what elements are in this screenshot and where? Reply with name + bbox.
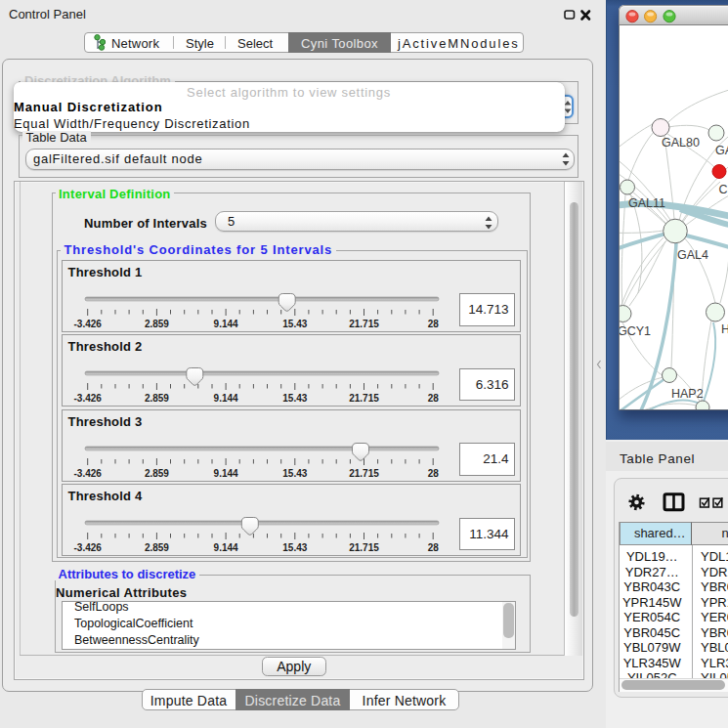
svg-text:GAL11: GAL11 [628, 195, 665, 209]
svg-text:9.144: 9.144 [214, 468, 238, 479]
svg-text:HIS4: HIS4 [721, 322, 728, 336]
svg-text:15.43: 15.43 [282, 542, 307, 553]
svg-text:2.859: 2.859 [145, 468, 169, 479]
svg-text:2.859: 2.859 [145, 319, 169, 329]
svg-text:2.859: 2.859 [145, 393, 169, 404]
svg-text:GAL80: GAL80 [662, 136, 700, 150]
svg-text:2.859: 2.859 [145, 542, 169, 553]
svg-text:Threshold 1: Threshold 1 [68, 265, 143, 279]
svg-text:-3.426: -3.426 [74, 542, 103, 553]
svg-text:GAL3: GAL3 [715, 144, 728, 157]
svg-text:21.715: 21.715 [349, 542, 379, 553]
svg-text:Threshold 3: Threshold 3 [68, 414, 143, 429]
svg-text:-3.426: -3.426 [74, 393, 103, 404]
svg-text:28: 28 [428, 542, 440, 553]
svg-text:28: 28 [428, 393, 440, 404]
svg-text:21.715: 21.715 [349, 319, 379, 329]
svg-text:9.144: 9.144 [214, 393, 238, 404]
svg-text:GCY1: GCY1 [620, 324, 651, 338]
svg-text:-3.426: -3.426 [74, 468, 103, 479]
svg-text:15.43: 15.43 [282, 393, 307, 404]
svg-text:9.144: 9.144 [214, 542, 238, 553]
svg-text:15.43: 15.43 [282, 468, 307, 479]
svg-text:GAL4: GAL4 [677, 247, 708, 261]
svg-text:9.144: 9.144 [214, 319, 238, 329]
svg-text:Threshold 2: Threshold 2 [68, 339, 143, 354]
svg-text:CDC19: CDC19 [719, 183, 728, 196]
svg-text:21.715: 21.715 [349, 393, 379, 404]
svg-text:HAP2: HAP2 [671, 387, 704, 401]
svg-text:Threshold 4: Threshold 4 [68, 489, 143, 503]
svg-text:-3.426: -3.426 [74, 319, 103, 329]
svg-text:28: 28 [428, 319, 440, 329]
svg-text:21.715: 21.715 [349, 468, 379, 479]
svg-text:28: 28 [428, 468, 440, 479]
svg-text:15.43: 15.43 [282, 319, 307, 329]
